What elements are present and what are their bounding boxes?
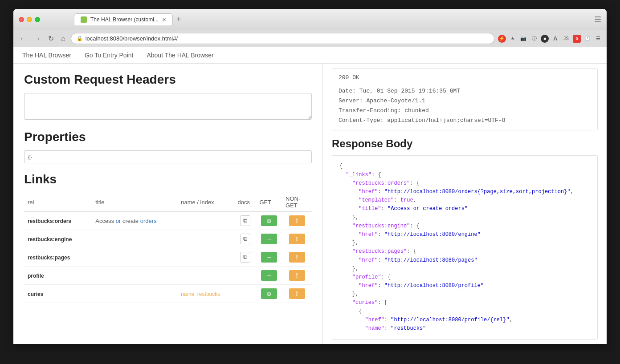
title-text: Access or create orders: [95, 218, 156, 224]
new-tab-button[interactable]: +: [173, 15, 185, 24]
header-server: Server: Apache-Coyote/1.1: [339, 96, 591, 106]
refresh-button[interactable]: ↻: [46, 33, 56, 44]
nonget-button[interactable]: !: [289, 270, 305, 281]
dark-icon[interactable]: ■: [541, 35, 549, 43]
get-button[interactable]: ⊕: [261, 288, 277, 299]
nonget-button[interactable]: !: [289, 288, 305, 299]
links-table: rel title name / index docs GET NON-GET …: [24, 193, 312, 303]
custom-headers-title: Custom Request Headers: [24, 73, 312, 87]
nav-about[interactable]: About The HAL Browser: [147, 52, 213, 59]
get-button[interactable]: ⊕: [261, 215, 277, 226]
properties-title: Properties: [24, 130, 312, 144]
get-button[interactable]: →: [261, 234, 277, 244]
rel-label: curies: [28, 291, 43, 297]
header-content-type: Content-Type: application/hal+json;chars…: [339, 116, 591, 125]
table-row: restbucks:pages ⧉ → !: [24, 248, 312, 267]
response-headers: Date: Tue, 01 Sep 2015 19:16:35 GMT Serv…: [339, 86, 591, 125]
bookmark-icon[interactable]: ★: [509, 35, 517, 43]
browser-tab[interactable]: The HAL Browser (customi... ✕: [74, 13, 173, 25]
traffic-lights: [19, 17, 40, 22]
rel-label: restbucks:pages: [28, 255, 70, 261]
home-button[interactable]: ⌂: [59, 34, 67, 44]
browser-window: The HAL Browser (customi... ✕ + ☰ ← → ↻ …: [13, 9, 607, 344]
header-transfer: Transfer-Encoding: chunked: [339, 106, 591, 116]
address-bar: ← → ↻ ⌂ 🔒 localhost:8080/browser/index.h…: [13, 30, 607, 47]
minimize-button[interactable]: [27, 17, 32, 22]
maximize-button[interactable]: [35, 17, 40, 22]
right-panel: 200 OK Date: Tue, 01 Sep 2015 19:16:35 G…: [323, 64, 607, 344]
menu-icon[interactable]: ☰: [594, 35, 602, 43]
nonget-button[interactable]: !: [289, 234, 305, 244]
tab-title: The HAL Browser (customi...: [90, 16, 159, 23]
docs-button[interactable]: ⧉: [240, 215, 250, 226]
main-layout: Custom Request Headers Properties {} Lin…: [13, 64, 607, 344]
docs-button[interactable]: ⧉: [240, 252, 250, 263]
rel-label: restbucks:engine: [28, 236, 72, 243]
rel-label: profile: [28, 273, 44, 279]
left-panel: Custom Request Headers Properties {} Lin…: [13, 64, 323, 344]
th-docs: docs: [234, 193, 256, 212]
th-name: name / index: [177, 193, 234, 212]
js-icon[interactable]: JS: [562, 35, 570, 43]
get-button[interactable]: →: [261, 252, 277, 263]
font-icon[interactable]: A: [551, 35, 559, 43]
close-button[interactable]: [19, 17, 24, 22]
th-get: GET: [256, 193, 282, 212]
table-row: profile → !: [24, 267, 312, 285]
response-body: { "_links": { "restbucks:orders": { "hre…: [332, 155, 598, 340]
forward-button[interactable]: →: [32, 34, 43, 44]
address-icons: ⚡ ★ 📷 ⓘ ■ A JS 0 🕐 ☰: [498, 35, 602, 43]
tab-bar: The HAL Browser (customi... ✕ +: [74, 13, 564, 25]
tab-favicon: [81, 16, 87, 23]
th-title: title: [92, 193, 177, 212]
rel-label: restbucks:orders: [28, 218, 71, 224]
info-icon[interactable]: ⓘ: [530, 35, 538, 43]
properties-input[interactable]: {}: [24, 150, 312, 163]
table-row: restbucks:orders Access or create orders…: [24, 212, 312, 230]
nonget-button[interactable]: !: [289, 215, 305, 226]
adblock-icon[interactable]: ⚡: [498, 35, 506, 43]
screenshot-icon[interactable]: 📷: [519, 35, 527, 43]
back-button[interactable]: ←: [18, 34, 29, 44]
table-row: curies name: restbucks ⊕ !: [24, 285, 312, 303]
th-nonget: NON-GET: [282, 193, 312, 212]
app: The HAL Browser Go To Entry Point About …: [13, 47, 607, 344]
title-link[interactable]: or: [116, 218, 121, 224]
app-nav: The HAL Browser Go To Entry Point About …: [13, 47, 607, 64]
name-link[interactable]: name: restbucks: [181, 291, 220, 297]
status-bar: 200 OK Date: Tue, 01 Sep 2015 19:16:35 G…: [332, 68, 598, 130]
nav-entry-point[interactable]: Go To Entry Point: [85, 52, 133, 59]
window-controls: ☰: [594, 15, 601, 24]
status-line: 200 OK: [339, 73, 591, 83]
table-row: restbucks:engine ⧉ → !: [24, 230, 312, 248]
response-body-title: Response Body: [332, 138, 598, 150]
url-text: localhost:8080/browser/index.html#/: [86, 35, 178, 42]
docs-button[interactable]: ⧉: [240, 234, 250, 244]
title-link2[interactable]: orders: [140, 218, 157, 224]
badge-icon[interactable]: 0: [573, 35, 581, 43]
nav-brand: The HAL Browser: [22, 52, 71, 59]
url-box[interactable]: 🔒 localhost:8080/browser/index.html#/: [71, 33, 494, 44]
url-lock-icon: 🔒: [77, 36, 83, 41]
links-title: Links: [24, 172, 312, 186]
header-date: Date: Tue, 01 Sep 2015 19:16:35 GMT: [339, 86, 591, 96]
tab-close-icon[interactable]: ✕: [162, 17, 166, 23]
custom-headers-input[interactable]: [24, 93, 312, 120]
title-bar: The HAL Browser (customi... ✕ + ☰: [13, 9, 607, 30]
nonget-button[interactable]: !: [289, 252, 305, 263]
th-rel: rel: [24, 193, 92, 212]
get-button[interactable]: →: [261, 270, 277, 281]
clock-icon[interactable]: 🕐: [583, 35, 591, 43]
